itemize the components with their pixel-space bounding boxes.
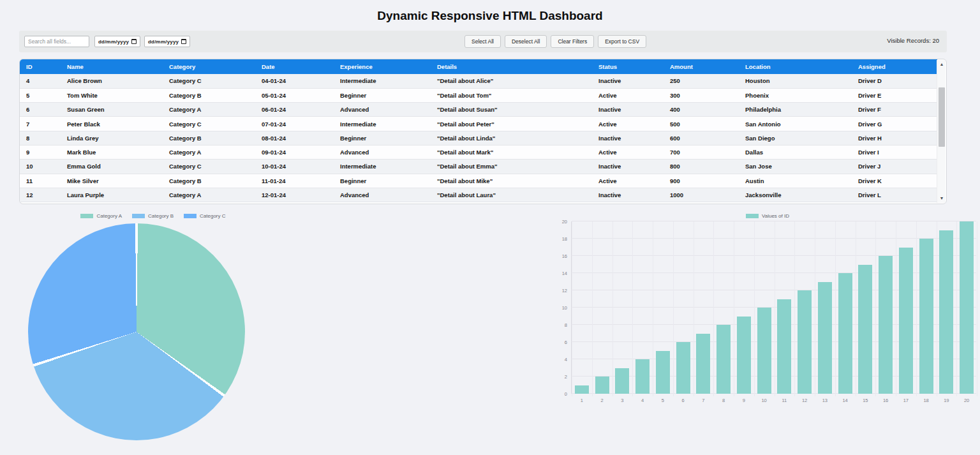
scrollbar-thumb[interactable] bbox=[939, 87, 945, 147]
cell-name: Mark Blue bbox=[61, 145, 163, 159]
cell-location: Austin bbox=[739, 174, 852, 188]
table-row[interactable]: 11Mike SilverCategory B11-01-24Beginner"… bbox=[20, 174, 937, 188]
legend-swatch-icon bbox=[746, 214, 759, 218]
column-header-location[interactable]: Location bbox=[739, 59, 852, 74]
cell-id: 7 bbox=[20, 117, 61, 131]
cell-amount: 600 bbox=[664, 131, 739, 145]
gridline bbox=[592, 221, 593, 396]
table-row[interactable]: 6Susan GreenCategory A06-01-24Advanced"D… bbox=[20, 103, 937, 117]
gridline bbox=[673, 221, 674, 396]
column-header-name[interactable]: Name bbox=[61, 59, 163, 74]
bar bbox=[939, 230, 953, 394]
bar bbox=[798, 290, 812, 394]
cell-location: San Jose bbox=[739, 160, 852, 174]
gridline bbox=[754, 221, 755, 396]
cell-status: Active bbox=[592, 117, 664, 131]
cell-experience: Advanced bbox=[334, 188, 431, 202]
cell-category: Category A bbox=[163, 103, 255, 117]
cell-assigned: Driver D bbox=[852, 74, 937, 88]
date-from-input[interactable]: dd/mm/yyyy bbox=[94, 36, 140, 47]
column-header-assigned[interactable]: Assigned bbox=[852, 59, 937, 74]
legend-item[interactable]: Values of ID bbox=[746, 213, 789, 219]
gridline bbox=[896, 221, 896, 396]
y-axis-tick-label: 2 bbox=[554, 374, 567, 380]
gridline bbox=[956, 221, 957, 396]
cell-experience: Beginner bbox=[334, 88, 431, 102]
calendar-icon[interactable] bbox=[181, 39, 186, 44]
table-row[interactable]: 4Alice BrownCategory C04-01-24Intermedia… bbox=[20, 74, 937, 88]
y-axis-tick-label: 0 bbox=[554, 391, 567, 397]
data-table-card: IDNameCategoryDateExperienceDetailsStatu… bbox=[19, 59, 947, 204]
cell-name: Mike Silver bbox=[61, 174, 163, 188]
cell-date: 06-01-24 bbox=[255, 103, 334, 117]
gridline bbox=[653, 221, 653, 396]
cell-name: Tom White bbox=[61, 88, 163, 102]
calendar-icon[interactable] bbox=[131, 39, 137, 44]
cell-location: Jacksonville bbox=[739, 188, 852, 202]
x-axis-tick-label: 2 bbox=[592, 398, 612, 403]
gridline bbox=[632, 221, 633, 396]
cell-assigned: Driver I bbox=[852, 145, 937, 159]
cell-id: 11 bbox=[20, 174, 61, 188]
column-header-amount[interactable]: Amount bbox=[664, 59, 739, 74]
cell-amount: 400 bbox=[664, 103, 739, 117]
scroll-down-arrow-icon[interactable]: ▼ bbox=[937, 194, 946, 203]
table-row[interactable]: 5Tom WhiteCategory B05-01-24Beginner"Det… bbox=[20, 88, 937, 102]
table-row[interactable]: 9Mark BlueCategory A09-01-24Advanced"Det… bbox=[20, 145, 937, 159]
legend-item[interactable]: Category A bbox=[80, 213, 122, 219]
bar bbox=[757, 308, 771, 394]
table-row[interactable]: 12Laura PurpleCategory A12-01-24Advanced… bbox=[20, 188, 937, 202]
cell-status: Inactive bbox=[592, 160, 664, 174]
clear-filters-button[interactable]: Clear Filters bbox=[551, 35, 594, 48]
gridline bbox=[734, 221, 734, 396]
bar bbox=[575, 385, 589, 394]
gridline bbox=[794, 221, 795, 396]
column-header-category[interactable]: Category bbox=[163, 59, 255, 74]
cell-details: "Detail about Mike" bbox=[431, 174, 592, 188]
table-scrollbar[interactable]: ▲ ▼ bbox=[937, 60, 946, 203]
visible-records-value: 20 bbox=[932, 37, 939, 44]
table-row[interactable]: 10Emma GoldCategory C10-01-24Intermediat… bbox=[20, 160, 937, 174]
cell-location: Philadelphia bbox=[739, 103, 852, 117]
legend-item[interactable]: Category B bbox=[132, 213, 174, 219]
bar bbox=[635, 359, 650, 394]
scroll-up-arrow-icon[interactable]: ▲ bbox=[937, 60, 946, 69]
cell-name: Susan Green bbox=[61, 103, 163, 117]
table-row[interactable]: 8Linda GreyCategory B08-01-24Beginner"De… bbox=[20, 131, 937, 145]
select-all-button[interactable]: Select All bbox=[464, 35, 501, 48]
cell-id: 9 bbox=[20, 145, 61, 159]
x-axis-tick-label: 5 bbox=[653, 398, 673, 403]
table-header-row: IDNameCategoryDateExperienceDetailsStatu… bbox=[20, 59, 937, 74]
cell-assigned: Driver K bbox=[852, 174, 937, 188]
data-table: IDNameCategoryDateExperienceDetailsStatu… bbox=[20, 59, 937, 202]
cell-assigned: Driver J bbox=[852, 160, 937, 174]
cell-details: "Detail about Laura" bbox=[431, 188, 592, 202]
deselect-all-button[interactable]: Deselect All bbox=[505, 35, 547, 48]
cell-assigned: Driver L bbox=[852, 188, 937, 202]
cell-status: Active bbox=[592, 174, 664, 188]
column-header-experience[interactable]: Experience bbox=[334, 59, 431, 74]
cell-experience: Beginner bbox=[334, 174, 431, 188]
cell-assigned: Driver E bbox=[852, 88, 937, 102]
cell-location: San Antonio bbox=[739, 117, 852, 131]
column-header-date[interactable]: Date bbox=[255, 59, 334, 74]
cell-location: Houston bbox=[739, 74, 852, 88]
bar bbox=[879, 256, 893, 394]
table-row[interactable]: 7Peter BlackCategory C07-01-24Intermedia… bbox=[20, 117, 937, 131]
date-to-value: dd/mm/yyyy bbox=[148, 39, 179, 45]
gridline bbox=[815, 221, 815, 396]
y-axis-tick-label: 10 bbox=[554, 305, 567, 311]
cell-amount: 700 bbox=[664, 145, 739, 159]
date-to-input[interactable]: dd/mm/yyyy bbox=[144, 36, 190, 47]
cell-experience: Intermediate bbox=[334, 117, 431, 131]
cell-status: Active bbox=[592, 145, 664, 159]
cell-date: 08-01-24 bbox=[255, 131, 334, 145]
column-header-status[interactable]: Status bbox=[592, 59, 664, 74]
column-header-details[interactable]: Details bbox=[431, 59, 592, 74]
cell-amount: 500 bbox=[664, 117, 739, 131]
bar-chart-legend: Values of ID bbox=[555, 213, 980, 219]
legend-item[interactable]: Category C bbox=[184, 213, 225, 219]
export-csv-button[interactable]: Export to CSV bbox=[598, 35, 646, 48]
search-input[interactable] bbox=[24, 36, 89, 47]
column-header-id[interactable]: ID bbox=[20, 59, 61, 74]
